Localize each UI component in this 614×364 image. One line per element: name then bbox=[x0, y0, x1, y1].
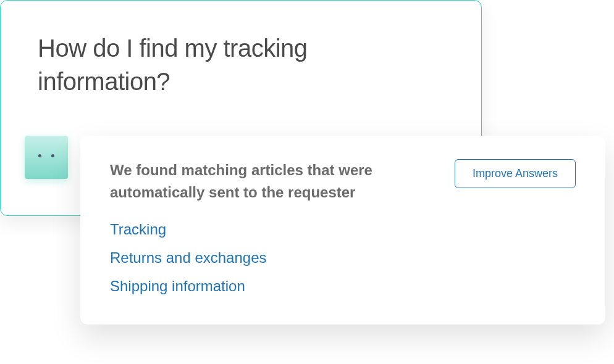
article-link-shipping[interactable]: Shipping information bbox=[110, 278, 576, 295]
article-link-tracking[interactable]: Tracking bbox=[110, 221, 576, 238]
question-title: How do I find my tracking information? bbox=[38, 31, 444, 98]
article-links-list: Tracking Returns and exchanges Shipping … bbox=[110, 221, 576, 295]
answer-header: We found matching articles that were aut… bbox=[110, 159, 576, 204]
article-link-returns[interactable]: Returns and exchanges bbox=[110, 249, 576, 267]
bot-avatar-icon bbox=[25, 136, 68, 179]
bot-eye-right bbox=[51, 154, 54, 157]
answer-card: We found matching articles that were aut… bbox=[80, 136, 605, 325]
improve-answers-button[interactable]: Improve Answers bbox=[455, 159, 576, 188]
answer-header-text: We found matching articles that were aut… bbox=[110, 159, 406, 204]
bot-eye-left bbox=[38, 154, 41, 157]
